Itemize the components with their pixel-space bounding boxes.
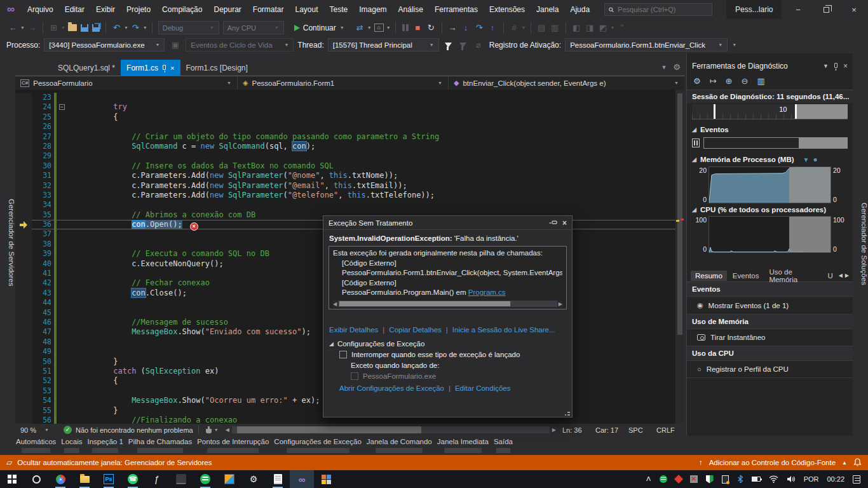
code-line[interactable]: 28SqlCommand c = new SqlCommand(sql, con…: [15, 142, 675, 151]
code-line[interactable]: 27// Criar um objeto do tipo comando pas…: [15, 132, 675, 142]
outlining-margin[interactable]: [57, 132, 67, 142]
settings-gear-icon[interactable]: ⚙: [693, 76, 701, 86]
navigate-back-icon[interactable]: ←: [8, 23, 18, 32]
breakpoint-margin[interactable]: [15, 102, 32, 112]
expander-icon[interactable]: ◢: [692, 207, 696, 213]
chevron-down-icon[interactable]: ▼: [124, 25, 128, 30]
tool-window-tab[interactable]: Configurações de Exceção: [274, 436, 361, 455]
expander-icon[interactable]: ◢: [692, 156, 696, 163]
summary-action-label[interactable]: Registrar o Perfil da CPU: [707, 365, 789, 373]
prev-bookmark-icon[interactable]: ◨: [585, 23, 595, 32]
type-dropdown[interactable]: ◈ PessoaFormulario.Form1 ▼: [238, 76, 449, 90]
breakpoint-margin[interactable]: [15, 308, 32, 318]
diagnostics-tab[interactable]: Eventos: [728, 271, 764, 281]
restore-button[interactable]: [812, 0, 840, 19]
member-dropdown[interactable]: ◆ btnEnviar_Click(object sender, EventAr…: [449, 76, 684, 90]
outlining-margin[interactable]: [57, 376, 67, 386]
outlining-margin[interactable]: [57, 249, 67, 259]
outlining-margin[interactable]: [57, 151, 67, 161]
code-line[interactable]: 26: [15, 122, 675, 132]
file-explorer-app[interactable]: [72, 470, 97, 488]
outlining-margin[interactable]: [57, 318, 67, 327]
menu-item[interactable]: Análise: [393, 5, 429, 14]
restart-icon[interactable]: ↻: [426, 23, 437, 32]
dialog-link[interactable]: Copiar Detalhes: [389, 326, 441, 334]
pin-icon[interactable]: [163, 65, 166, 70]
search-input[interactable]: [618, 6, 708, 13]
process-select[interactable]: [3440] PessoaFormulario.exe▼: [44, 38, 165, 51]
menu-item[interactable]: Exibir: [90, 5, 121, 14]
show-next-statement-icon[interactable]: →: [447, 23, 458, 32]
tool-window-tab[interactable]: Janela de Comando: [367, 436, 432, 455]
minimize-button[interactable]: −: [784, 0, 812, 19]
outlining-margin[interactable]: [57, 229, 67, 239]
outlining-margin[interactable]: [57, 93, 67, 102]
stack-horizontal-scrollbar[interactable]: ◀ ▶: [333, 301, 562, 308]
tool-window-tab[interactable]: Pilha de Chamadas: [128, 436, 192, 455]
navigate-forward-group-icon[interactable]: ▥: [550, 23, 560, 32]
curve-tool-app[interactable]: ƒ: [145, 470, 169, 488]
outlining-margin[interactable]: [57, 357, 67, 367]
outlining-margin[interactable]: −: [57, 102, 67, 112]
right-strip-tab[interactable]: Gerenciador de Soluções: [860, 203, 868, 285]
new-project-icon[interactable]: ⊞: [48, 23, 59, 32]
scroll-left-icon[interactable]: ◀: [226, 427, 229, 433]
breakpoint-margin[interactable]: [15, 386, 32, 396]
close-icon[interactable]: ×: [562, 219, 567, 227]
outlining-margin[interactable]: [57, 191, 67, 200]
redo-icon[interactable]: ↷: [130, 23, 141, 32]
outlining-margin[interactable]: [57, 298, 67, 308]
outlining-margin[interactable]: [57, 269, 67, 278]
tool-window-tab[interactable]: Automáticos: [16, 436, 56, 455]
clock[interactable]: 00:22: [827, 475, 844, 483]
scroll-right-icon[interactable]: ▶: [559, 301, 562, 307]
code-line[interactable]: 24−try: [15, 102, 675, 112]
breakpoint-margin[interactable]: [15, 229, 32, 239]
toolbar-overflow-icon[interactable]: ▼: [732, 43, 736, 47]
breakpoint-margin[interactable]: [15, 132, 32, 142]
menu-item[interactable]: Ajuda: [564, 5, 595, 14]
menu-item[interactable]: Ferramentas: [429, 5, 484, 14]
server-explorer-tab[interactable]: Gerenciador de Servidores: [0, 53, 15, 424]
tray-chevron-icon[interactable]: ˄: [646, 474, 651, 484]
document-tab[interactable]: Form1.cs [Design]: [180, 60, 254, 76]
game-app[interactable]: [217, 470, 241, 488]
menu-item[interactable]: Editar: [59, 5, 90, 14]
code-line[interactable]: 32c.Parameters.Add(new SqlParameter("@em…: [15, 181, 675, 191]
notifications-bell-icon[interactable]: [853, 458, 862, 467]
scrollbar-thumb[interactable]: [237, 426, 421, 433]
chevron-down-icon[interactable]: ▼: [20, 25, 25, 30]
breakpoint-margin[interactable]: [15, 269, 32, 278]
breakpoint-margin[interactable]: [15, 347, 32, 356]
breakpoint-margin[interactable]: [15, 416, 32, 424]
menu-item[interactable]: Projeto: [121, 5, 156, 14]
close-button[interactable]: ×: [840, 0, 868, 19]
menu-item[interactable]: Teste: [324, 5, 354, 14]
outlining-margin[interactable]: [57, 347, 67, 356]
breakpoint-margin[interactable]: [15, 259, 32, 269]
tool-window-tab[interactable]: Saída: [494, 436, 513, 455]
lifecycle-events-select[interactable]: Eventos de Ciclo de Vida▼: [186, 38, 294, 51]
outlining-margin[interactable]: [57, 210, 67, 220]
memory-snapshot-icon[interactable]: ▼: [803, 156, 810, 163]
diagnostics-tab[interactable]: U: [823, 271, 837, 281]
code-line[interactable]: 29: [15, 151, 675, 161]
step-out-icon[interactable]: ↑: [487, 23, 498, 32]
outlining-margin[interactable]: [57, 327, 67, 337]
zoom-in-icon[interactable]: ⊕: [726, 76, 733, 86]
breakpoint-margin[interactable]: [15, 367, 32, 376]
next-bookmark-icon[interactable]: ◩: [598, 23, 609, 32]
search-box[interactable]: [604, 3, 712, 16]
expander-icon[interactable]: ◢: [692, 126, 696, 133]
navigate-backward-group-icon[interactable]: ▤: [536, 23, 547, 32]
close-icon[interactable]: ×: [843, 62, 848, 71]
code-line[interactable]: 23: [15, 93, 675, 102]
breakpoint-margin[interactable]: [15, 327, 32, 337]
breakpoint-margin[interactable]: [15, 288, 32, 298]
breakpoint-margin[interactable]: [15, 171, 32, 180]
browser-link-icon[interactable]: ⇄: [355, 23, 365, 32]
breakpoint-margin[interactable]: [15, 191, 32, 200]
breakpoint-margin[interactable]: [15, 210, 32, 220]
breakpoint-margin[interactable]: [15, 376, 32, 386]
window-position-icon[interactable]: ▼: [823, 63, 829, 69]
